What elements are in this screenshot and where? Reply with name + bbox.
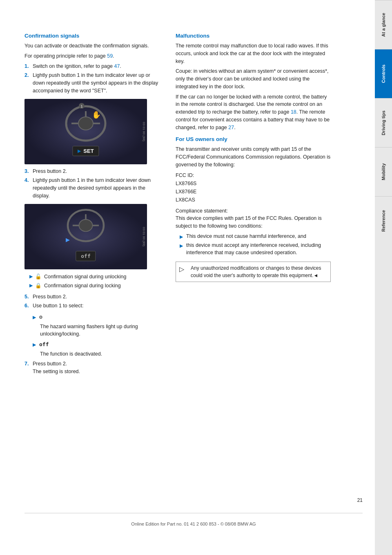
right-column: Malfunctions The remote control may malf… <box>176 33 331 497</box>
steps-5-7: 5. Press button 2. 6. Use button 1 to se… <box>24 293 163 310</box>
for-us-text: The transmitter and receiver units compl… <box>176 145 331 168</box>
sidebar-tab-driving-tips[interactable]: Driving tips <box>375 98 392 147</box>
sidebar-tab-controls[interactable]: Controls <box>375 49 392 98</box>
battery-link2[interactable]: 27 <box>228 125 234 130</box>
step-3: 3. Press button 2. <box>24 168 163 175</box>
svg-text:▶: ▶ <box>66 237 70 243</box>
step-1: 1. Switch on the ignition, refer to page… <box>24 63 163 70</box>
note-icon: ▷ <box>179 264 187 274</box>
coupe-text: Coupe: in vehicles without an alarm syst… <box>176 67 331 90</box>
off-indicator: off <box>76 251 96 261</box>
sidebar: At a glance Controls Driving tips Mobili… <box>375 0 392 555</box>
left-column: Confirmation signals You can activate or… <box>24 33 163 497</box>
operating-principle-text: For operating principle refer to page 59… <box>24 52 163 60</box>
steps-3-4: 3. Press button 2. 4. Lightly push butto… <box>24 168 163 200</box>
set-indicator: ▶ SET <box>72 146 99 156</box>
confirmation-signals-title: Confirmation signals <box>24 33 163 39</box>
fcc-id-block: FCC ID: LX8766S LX8766E LX8CAS <box>176 171 331 204</box>
step1-link[interactable]: 47 <box>114 63 120 69</box>
intro-text: You can activate or deactivate the confi… <box>24 42 163 50</box>
malfunctions-text: The remote control may malfunction due t… <box>176 42 331 65</box>
footer: Online Edition for Part no. 01 41 2 600 … <box>24 513 363 530</box>
fcc-id-2: LX8766E <box>176 189 196 195</box>
sidebar-tab-at-a-glance[interactable]: At a glance <box>375 0 392 49</box>
fcc-id-1: LX8766S <box>176 181 196 186</box>
svg-text:✋: ✋ <box>92 110 101 119</box>
sidebar-tab-reference[interactable]: Reference <box>375 196 392 245</box>
page-number: 21 <box>24 497 363 503</box>
select-item-off: ▶ off The function is deactivated. <box>33 340 163 358</box>
malfunctions-title: Malfunctions <box>176 33 331 39</box>
step-7: 7. Press button 2. The setting is stored… <box>24 360 163 376</box>
svg-text:1: 1 <box>80 104 82 108</box>
step-5: 5. Press button 2. <box>24 293 163 301</box>
step-2: 2. Lightly push button 1 in the turn ind… <box>24 72 163 94</box>
confirmation-unlock-item: ▶ 🔓 Confirmation signal during unlocking <box>29 273 163 281</box>
steps-list: 1. Switch on the ignition, refer to page… <box>24 63 163 95</box>
image-off-display: ▶ off 03 01 00 (89) <box>24 204 147 269</box>
step-4: 4. Lightly push button 1 in the turn ind… <box>24 177 163 199</box>
step-6: 6. Use button 1 to select: <box>24 302 163 310</box>
operating-principle-link[interactable]: 59 <box>107 53 113 59</box>
image-set-display: ✋ 1 ▶ SET 03 01 00 (88) <box>24 99 147 164</box>
select-item-gear: ▶ ⚙ The hazard warning flashers light up… <box>33 313 163 338</box>
compliance-title: Compliance statement: This device compli… <box>176 207 331 230</box>
svg-point-1 <box>78 117 93 130</box>
condition-2: ▶ this device must accept any interferen… <box>180 242 331 257</box>
battery-text: If the car can no longer be locked with … <box>176 93 331 132</box>
confirmation-lock-item: ▶ 🔒 Confirmation signal during locking <box>29 282 163 290</box>
fcc-id-3: LX8CAS <box>176 197 195 203</box>
confirmation-icon-list: ▶ 🔓 Confirmation signal during unlocking… <box>29 273 163 290</box>
battery-link1[interactable]: 18 <box>291 109 296 115</box>
for-us-owners-title: For US owners only <box>176 136 331 142</box>
note-box: ▷ Any unauthorized modifications or chan… <box>176 262 331 282</box>
svg-point-9 <box>79 219 93 231</box>
conditions-list: ▶ This device must not cause harmful int… <box>180 233 331 257</box>
sidebar-tab-mobility[interactable]: Mobility <box>375 147 392 196</box>
condition-1: ▶ This device must not cause harmful int… <box>180 233 331 240</box>
